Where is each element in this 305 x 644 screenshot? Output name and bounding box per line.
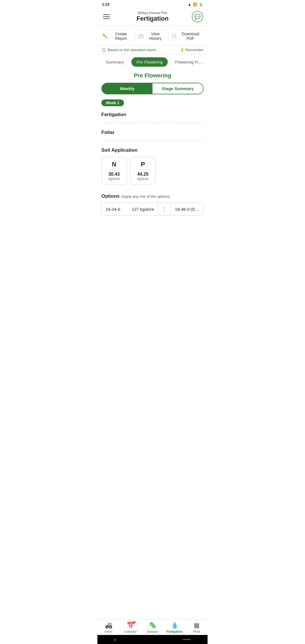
nutrient-n-symbol: N bbox=[107, 161, 121, 168]
fertigation-section: Fertigation bbox=[101, 108, 204, 123]
nutrient-p-unit: kg/acre bbox=[136, 177, 150, 181]
dashed-divider bbox=[101, 140, 204, 141]
soil-application-section: Soil Application N 30.43 kg/acre P 44.25… bbox=[101, 144, 204, 216]
info-left: 📋 Based on the uploaded report bbox=[101, 48, 156, 52]
option-item: 24-24-0 127 kg/acre ⋮ 18-46-0 (D… bbox=[101, 203, 204, 216]
download-pdf-label: Download PDF bbox=[178, 32, 202, 41]
weekly-toggle[interactable]: Weekly bbox=[102, 83, 152, 94]
nutrient-n-card: N 30.43 kg/acre bbox=[101, 157, 127, 184]
nutrient-divider bbox=[136, 170, 150, 170]
create-icon: ✏️ bbox=[103, 34, 108, 39]
options-subtext: (Apply any one of the options) bbox=[121, 194, 170, 199]
week-badge: Week 1 bbox=[101, 99, 124, 106]
option-name: 24-24-0 bbox=[102, 203, 128, 215]
header-divider bbox=[97, 26, 208, 26]
battery-icon: 🔋 bbox=[199, 3, 203, 6]
nutrient-n-unit: kg/acre bbox=[107, 177, 121, 181]
main-content: Pre Flowering Weekly Stage Summary Week … bbox=[97, 69, 208, 257]
nutrient-divider bbox=[107, 170, 121, 170]
stage-heading: Pre Flowering bbox=[97, 69, 208, 80]
report-icon: 📋 bbox=[101, 48, 106, 52]
soil-application-title: Soil Application bbox=[101, 144, 204, 155]
status-time: 1:13 bbox=[102, 2, 109, 6]
report-text: Based on the uploaded report bbox=[108, 48, 156, 52]
download-pdf-button[interactable]: 📄 Download PDF bbox=[168, 30, 205, 42]
info-bar: 📋 Based on the uploaded report 💡 Remembe… bbox=[97, 45, 208, 55]
tab-pre-flowering[interactable]: Pre Flowering bbox=[131, 57, 168, 67]
option-amount: 127 kg/acre bbox=[128, 203, 158, 215]
stage-summary-toggle[interactable]: Stage Summary bbox=[152, 83, 203, 94]
nutrient-p-card: P 44.25 kg/acre bbox=[130, 157, 156, 184]
info-right: 💡 Remember bbox=[180, 48, 204, 52]
view-history-label: View History bbox=[145, 32, 165, 41]
chat-icon: 💬 bbox=[194, 14, 201, 20]
chat-button[interactable]: 💬 bbox=[192, 11, 203, 22]
nutrient-p-symbol: P bbox=[136, 161, 150, 168]
pdf-icon: 📄 bbox=[171, 34, 177, 39]
fertigation-title: Fertigation bbox=[101, 108, 204, 119]
header-subtitle: Bhitiya Kinnow Plot bbox=[113, 11, 192, 15]
header-center: Bhitiya Kinnow Plot Fertigation bbox=[113, 11, 192, 22]
remember-text: Remember bbox=[186, 48, 204, 52]
options-heading: Options bbox=[101, 190, 119, 201]
header: Bhitiya Kinnow Plot Fertigation 💬 bbox=[97, 9, 208, 26]
action-row: ✏️ Create Report 🕐 View History 📄 Downlo… bbox=[97, 27, 208, 45]
status-bar: 1:13 ▲ 📶 🔋 bbox=[97, 0, 208, 9]
signal-icon: ▲ bbox=[188, 3, 191, 6]
foliar-section: Foliar bbox=[101, 126, 204, 141]
tab-summary[interactable]: Summary bbox=[101, 57, 129, 67]
options-heading-row: Options (Apply any one of the options) bbox=[101, 187, 204, 203]
status-icons: ▲ 📶 🔋 bbox=[188, 3, 203, 6]
create-report-button[interactable]: ✏️ Create Report bbox=[100, 30, 135, 42]
menu-button[interactable] bbox=[102, 11, 113, 22]
create-report-label: Create Report bbox=[110, 32, 132, 41]
hamburger-line bbox=[103, 16, 110, 17]
hamburger-line bbox=[103, 18, 110, 19]
dashed-divider bbox=[101, 123, 204, 123]
view-history-button[interactable]: 🕐 View History bbox=[135, 30, 168, 42]
tab-flowering[interactable]: Flowering Fr… bbox=[170, 57, 208, 67]
nutrient-p-value: 44.25 bbox=[136, 172, 150, 177]
nutrient-row: N 30.43 kg/acre P 44.25 kg/acre bbox=[101, 155, 204, 187]
header-title: Fertigation bbox=[113, 15, 192, 22]
options-section: Options (Apply any one of the options) 2… bbox=[101, 187, 204, 216]
nutrient-n-value: 30.43 bbox=[107, 172, 121, 177]
foliar-title: Foliar bbox=[101, 126, 204, 137]
hamburger-line bbox=[103, 14, 110, 15]
toggle-row: Weekly Stage Summary bbox=[101, 83, 204, 94]
tabs-row: Summary Pre Flowering Flowering Fr… E… bbox=[97, 55, 208, 69]
option-alt: 18-46-0 (D… bbox=[171, 203, 203, 215]
remember-icon: 💡 bbox=[180, 48, 184, 52]
history-icon: 🕐 bbox=[138, 34, 144, 39]
wifi-icon: 📶 bbox=[193, 3, 197, 6]
option-menu-button[interactable]: ⋮ bbox=[158, 203, 171, 215]
